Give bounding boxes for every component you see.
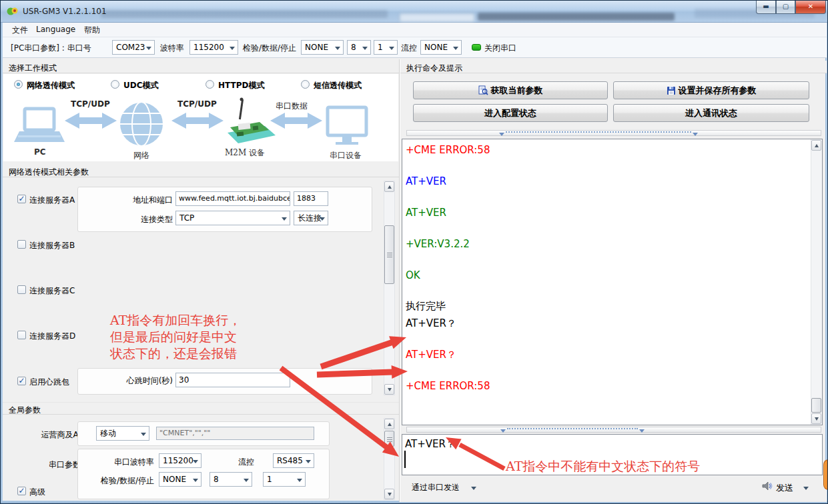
chevron-down-icon[interactable] <box>803 487 809 490</box>
scroll-up-icon[interactable] <box>384 181 394 192</box>
checkbox-label-heartbeat[interactable]: 启用心跳包 <box>29 377 69 388</box>
terminal-line: AT+VER <box>406 206 806 219</box>
node-label-serial-device: 串口设备 <box>330 150 362 161</box>
checkbox-advanced[interactable] <box>17 487 26 495</box>
checkbox-server-b[interactable] <box>17 240 26 249</box>
terminal-line: AT+VER <box>406 175 806 188</box>
floppy-disk-icon <box>667 86 676 95</box>
serial-open-led-icon <box>472 44 481 51</box>
chevron-down-icon <box>320 217 325 221</box>
scroll-down-icon[interactable] <box>384 384 394 395</box>
chevron-down-icon[interactable] <box>471 487 476 490</box>
chevron-down-icon <box>146 47 151 50</box>
enter-comm-button[interactable]: 进入通讯状态 <box>613 104 809 122</box>
chevron-down-icon <box>282 217 287 221</box>
databits-select[interactable]: 8 <box>347 40 371 55</box>
device-parity-label: 检验/数据/停止 <box>98 475 154 487</box>
titlebar-ghost <box>478 13 675 21</box>
text-cursor <box>404 451 406 468</box>
radio-label-sms[interactable]: 短信透传模式 <box>314 80 362 91</box>
baud-select[interactable]: 115200 <box>189 40 238 55</box>
carrier-select[interactable]: 移动 <box>96 426 149 441</box>
link-label-serial-data: 串口数据 <box>276 101 308 112</box>
menu-help[interactable]: 帮助 <box>84 25 100 36</box>
device-databits-select[interactable]: 8 <box>210 472 252 487</box>
radio-httpd-mode[interactable] <box>205 80 214 89</box>
net-params-scrollbar[interactable] <box>384 181 395 395</box>
command-section-title: 执行命令及提示 <box>400 61 827 73</box>
window-controls: ▬ ▢ ✕ <box>756 1 827 14</box>
enter-config-button[interactable]: 进入配置状态 <box>413 104 608 122</box>
annotation-note-2: AT指令中不能有中文状态下的符号 <box>506 458 700 475</box>
terminal-line: +CME ERROR:58 <box>406 379 806 393</box>
global-params-scrollbar[interactable] <box>384 418 395 500</box>
node-label-pc: PC <box>34 147 46 157</box>
checkbox-label-server-d[interactable]: 连接服务器D <box>29 331 75 342</box>
scroll-up-icon[interactable] <box>811 140 821 151</box>
close-serial-button[interactable]: 关闭串口 <box>484 43 516 54</box>
scroll-up-icon[interactable] <box>384 419 394 429</box>
menu-bar: 文件 Language 帮助 <box>3 23 827 37</box>
window-title: USR-GM3 V1.2.1.101 <box>23 7 107 16</box>
checkbox-label-server-c[interactable]: 连接服务器C <box>29 285 75 297</box>
get-params-button[interactable]: 获取当前参数 <box>413 81 608 99</box>
scroll-down-icon[interactable] <box>384 489 394 499</box>
menu-file[interactable]: 文件 <box>12 25 28 36</box>
device-flow-select[interactable]: RS485 <box>273 453 314 468</box>
server-port-input[interactable]: 1883 <box>294 191 328 206</box>
address-port-label: 地址和端口 <box>113 195 173 206</box>
connection-type-select[interactable]: TCP <box>175 211 290 225</box>
serial-params-label: 串口参数 <box>41 459 81 471</box>
speaker-icon <box>761 480 773 492</box>
checkbox-label-advanced[interactable]: 高级 <box>29 487 45 498</box>
server-address-input[interactable]: www.feed.mqtt.iot.bj.baidubce.c <box>175 191 290 206</box>
radio-udc-mode[interactable] <box>111 80 119 89</box>
com-port-select[interactable]: COM23 <box>112 40 155 55</box>
save-params-button[interactable]: 设置并保存所有参数 <box>613 81 809 99</box>
radio-sms-mode[interactable] <box>301 80 310 89</box>
checkbox-heartbeat[interactable] <box>17 377 26 385</box>
terminal-line: AT+VER？ <box>406 317 806 330</box>
checkbox-server-a[interactable] <box>17 195 26 203</box>
keepalive-select[interactable]: 长连接 <box>294 211 328 225</box>
radio-net-transparent-mode[interactable] <box>14 80 23 89</box>
checkbox-label-server-b[interactable]: 连接服务器B <box>29 240 75 251</box>
flow-select[interactable]: NONE <box>420 40 462 55</box>
checkbox-server-c[interactable] <box>17 285 26 294</box>
terminal-scrollbar[interactable] <box>811 139 822 425</box>
minimize-button[interactable]: ▬ <box>756 1 776 14</box>
checkbox-label-server-a[interactable]: 连接服务器A <box>29 195 75 206</box>
stopbits-select[interactable]: 1 <box>374 40 398 55</box>
checkbox-server-d[interactable] <box>17 331 26 339</box>
scroll-down-icon[interactable] <box>811 413 821 424</box>
device-stopbits-select[interactable]: 1 <box>263 472 306 487</box>
device-baud-select[interactable]: 115200 <box>159 453 201 468</box>
splitter-handle[interactable] <box>506 131 691 135</box>
terminal-output[interactable]: +CME ERROR:58 AT+VER AT+VER +VER:V3.2.2 … <box>402 139 823 425</box>
radio-label-httpd[interactable]: HTTPD模式 <box>218 80 264 91</box>
maximize-button[interactable]: ▢ <box>776 1 795 14</box>
heartbeat-time-input[interactable]: 30 <box>175 373 290 387</box>
menu-language[interactable]: Language <box>36 25 75 34</box>
send-button[interactable]: 发送 <box>776 482 793 494</box>
radio-label-udc[interactable]: UDC模式 <box>123 80 159 91</box>
collapse-icon <box>499 133 504 136</box>
scrollbar-thumb[interactable] <box>384 431 394 447</box>
terminal-line: AT+VER？ <box>406 348 806 361</box>
radio-label-net-transparent[interactable]: 网络透传模式 <box>27 80 75 91</box>
send-via-serial-button[interactable]: 通过串口发送 <box>412 482 460 493</box>
collapse-icon <box>500 429 506 433</box>
scrollbar-thumb[interactable] <box>384 225 394 284</box>
device-parity-select[interactable]: NONE <box>159 472 201 487</box>
parity-select[interactable]: NONE <box>301 40 344 55</box>
scrollbar-thumb[interactable] <box>811 398 821 413</box>
work-mode-section-title: 选择工作模式 <box>3 61 399 73</box>
splitter-handle[interactable] <box>507 428 638 431</box>
chevron-down-icon <box>362 47 368 50</box>
title-bar[interactable]: USR-GM3 V1.2.1.101 ▬ ▢ ✕ <box>1 1 827 23</box>
chevron-down-icon <box>244 479 249 482</box>
splitter-bottom[interactable] <box>406 427 821 433</box>
collapse-icon <box>693 133 698 136</box>
close-button[interactable]: ✕ <box>795 1 826 14</box>
splitter-top[interactable] <box>406 130 821 136</box>
